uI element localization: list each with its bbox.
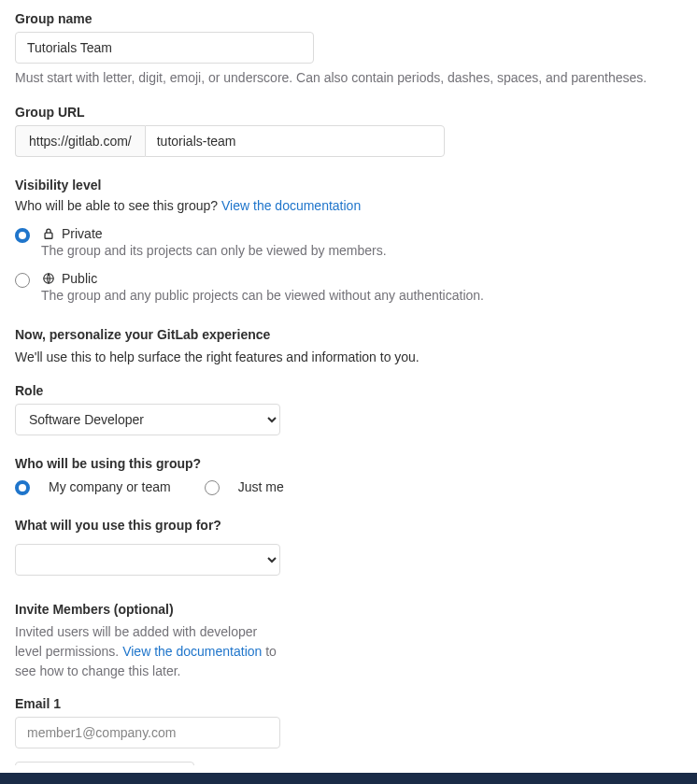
radio-justme[interactable]	[205, 480, 220, 495]
invite-help: Invited users will be added with develop…	[15, 622, 286, 681]
who-using-company[interactable]: My company or team	[15, 478, 171, 495]
role-select[interactable]: Software Developer	[15, 404, 280, 435]
radio-public[interactable]	[15, 273, 30, 288]
group-name-help: Must start with letter, digit, emoji, or…	[15, 69, 682, 88]
group-name-input[interactable]	[15, 32, 314, 64]
email-1-input[interactable]	[15, 717, 280, 748]
personalize-heading: Now, personalize your GitLab experience	[15, 327, 682, 342]
globe-icon	[41, 271, 56, 286]
visibility-question: Who will be able to see this group? View…	[15, 198, 682, 213]
visibility-doc-link[interactable]: View the documentation	[221, 198, 361, 213]
radio-company[interactable]	[15, 480, 30, 495]
role-label: Role	[15, 383, 682, 398]
invite-heading: Invite Members (optional)	[15, 602, 682, 617]
invite-doc-link[interactable]: View the documentation	[122, 644, 262, 659]
group-url-label: Group URL	[15, 105, 682, 120]
invite-another-button[interactable]: Invite another member	[15, 762, 194, 765]
group-url-prefix: https://gitlab.com/	[15, 125, 145, 157]
who-using-justme-label: Just me	[238, 479, 284, 494]
visibility-label: Visibility level	[15, 178, 682, 192]
use-for-label: What will you use this group for?	[15, 518, 682, 533]
who-using-justme[interactable]: Just me	[205, 478, 284, 495]
visibility-public-desc: The group and any public projects can be…	[41, 288, 682, 303]
email-1-label: Email 1	[15, 696, 682, 711]
svg-rect-0	[45, 233, 52, 238]
use-for-select[interactable]	[15, 544, 280, 576]
who-using-label: Who will be using this group?	[15, 456, 682, 471]
visibility-private-desc: The group and its projects can only be v…	[41, 243, 682, 258]
personalize-sub: We'll use this to help surface the right…	[15, 349, 682, 364]
taskbar	[0, 773, 697, 784]
visibility-option-private[interactable]: Private The group and its projects can o…	[15, 226, 682, 258]
lock-icon	[41, 226, 56, 241]
group-url-input[interactable]	[145, 125, 445, 157]
visibility-option-public[interactable]: Public The group and any public projects…	[15, 271, 682, 303]
who-using-company-label: My company or team	[49, 479, 171, 494]
visibility-private-title: Private	[62, 226, 103, 241]
group-name-label: Group name	[15, 11, 682, 26]
visibility-public-title: Public	[62, 271, 97, 286]
radio-private[interactable]	[15, 228, 30, 243]
